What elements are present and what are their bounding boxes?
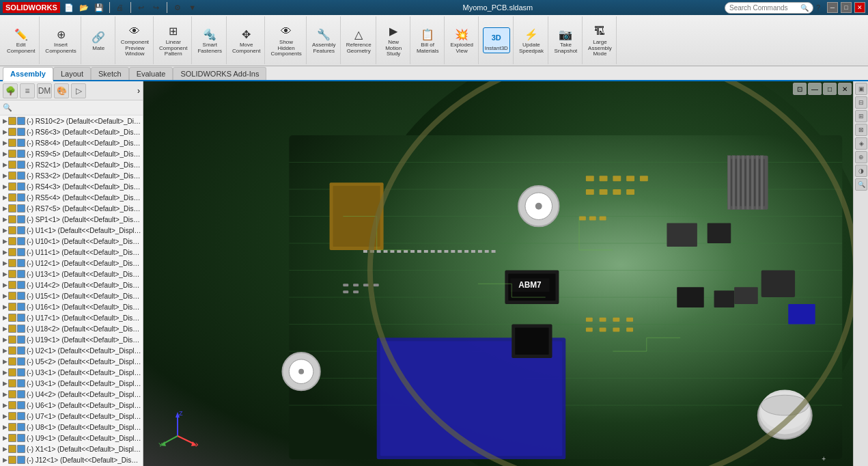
tree-expand-u13-1[interactable]: ▶ [1, 269, 8, 279]
right-icon-8[interactable]: 🔍 [855, 178, 867, 191]
tree-item-u3-1[interactable]: ▶(-) U3<1> (Default<<Default>_Display St… [0, 367, 143, 378]
tree-expand-rs7-5[interactable]: ▶ [1, 204, 8, 213]
edit-component-button[interactable]: ✏️ EditComponent [5, 25, 36, 56]
tree-expand-rs2-1[interactable]: ▶ [1, 160, 8, 169]
tree-item-rs3-2[interactable]: ▶(-) RS3<2> (Default<<Default>_Display S… [0, 170, 143, 181]
appearance-button[interactable]: 🎨 [54, 83, 69, 98]
tree-expand-rs8-4[interactable]: ▶ [1, 138, 8, 148]
tree-expand-u17-1[interactable]: ▶ [1, 313, 8, 323]
update-speedpak-button[interactable]: ⚡ UpdateSpeedpak [518, 25, 545, 56]
show-hidden-button[interactable]: 👁 ShowHiddenComponents [269, 22, 303, 59]
assembly-features-button[interactable]: 🔧 AssemblyFeatures [311, 25, 337, 56]
right-icon-6[interactable]: ⊕ [855, 151, 867, 163]
right-icon-3[interactable]: ⊞ [855, 110, 867, 122]
dropdown-button[interactable]: ▼ [186, 1, 199, 14]
tree-expand-u1-1[interactable]: ▶ [1, 225, 8, 235]
tree-item-u2-1[interactable]: ▶(-) U2<1> (Default<<Default>_Display St… [0, 345, 143, 356]
tree-item-u12-1[interactable]: ▶(-) U12<1> (Default<<Default>_Display S… [0, 258, 143, 269]
tree-expand-u2-1[interactable]: ▶ [1, 346, 8, 355]
smart-fasteners-button[interactable]: 🔩 SmartFasteners [196, 25, 223, 56]
component-preview-button[interactable]: 👁 ComponentPreviewWindow [120, 22, 150, 59]
tree-expand-j12-1[interactable]: ▶ [1, 455, 8, 465]
tree-item-u13-1[interactable]: ▶(-) U13<1> (Default<<Default>_Display S… [0, 269, 143, 279]
new-button[interactable]: 📄 [63, 1, 75, 14]
tree-item-j12-1[interactable]: ▶(-) J12<1> (Default<<Default>_Display S… [0, 454, 143, 465]
tree-expand-rs4-3[interactable]: ▶ [1, 182, 8, 191]
minimize-button[interactable]: ─ [827, 2, 838, 13]
tree-item-u19-1[interactable]: ▶(-) U19<1> (Default<<Default>_Display S… [0, 334, 143, 345]
tree-expand-u12-1[interactable]: ▶ [1, 258, 8, 268]
tree-expand-u14-2[interactable]: ▶ [1, 280, 8, 290]
tab-evaluate[interactable]: Evaluate [129, 67, 173, 80]
tree-item-u3c-1[interactable]: ▶(-) U3<1> (Default<<Default>_Display St… [0, 378, 143, 389]
tree-expand-u10-1[interactable]: ▶ [1, 236, 8, 246]
insert-components-button[interactable]: ⊕ InsertComponents [44, 25, 77, 56]
print-button[interactable]: 🖨 [114, 1, 126, 14]
tree-expand-u3c-1[interactable]: ▶ [1, 379, 8, 388]
reference-geometry-button[interactable]: △ ReferenceGeometry [345, 25, 373, 56]
viewport-restore-button[interactable]: □ [823, 83, 837, 95]
tree-expand-u6-1[interactable]: ▶ [1, 400, 8, 410]
tree-item-u14-2[interactable]: ▶(-) U14<2> (Default<<Default>_Display S… [0, 279, 143, 290]
bom-button[interactable]: 📋 Bill ofMaterials [415, 25, 440, 56]
tree-expand-u11-1[interactable]: ▶ [1, 247, 8, 257]
restore-button[interactable]: □ [841, 2, 852, 13]
tab-sketch[interactable]: Sketch [91, 67, 129, 80]
properties-button[interactable]: ≡ [20, 83, 35, 98]
right-icon-1[interactable]: ▣ [855, 83, 867, 95]
undo-button[interactable]: ↩ [135, 1, 148, 14]
tab-layout[interactable]: Layout [53, 67, 91, 80]
tree-item-rs6-3[interactable]: ▶(-) RS6<3> (Default<<Default>_Display S… [0, 126, 143, 137]
right-icon-2[interactable]: ⊟ [855, 96, 867, 109]
move-component-button[interactable]: ✥ MoveComponent [231, 25, 262, 56]
tree-item-sp1-1[interactable]: ▶(-) SP1<1> (Default<<Default>_Display S… [0, 214, 143, 225]
3d-viewport[interactable]: ABM7 [143, 81, 853, 466]
dm-button[interactable]: DM [37, 83, 52, 98]
tree-expand-u7-1[interactable]: ▶ [1, 411, 8, 421]
tree-expand-rs6-3[interactable]: ▶ [1, 127, 8, 137]
viewport-close-button[interactable]: ✕ [838, 83, 852, 95]
close-button[interactable]: ✕ [854, 2, 865, 13]
tree-item-u11-1[interactable]: ▶(-) U11<1> (Default<<Default>_Display S… [0, 247, 143, 258]
linear-pattern-button[interactable]: ⊞ LinearComponentPattern [158, 22, 188, 59]
tree-item-rs5-4[interactable]: ▶(-) RS5<4> (Default<<Default>_Display S… [0, 192, 143, 203]
save-button[interactable]: 💾 [93, 1, 105, 14]
options-button[interactable]: ⚙ [171, 1, 184, 14]
tab-solidworks-addins[interactable]: SOLIDWORKS Add-Ins [173, 67, 266, 80]
tree-item-u6-1[interactable]: ▶(-) U6<1> (Default<<Default>_Display St… [0, 400, 143, 411]
exploded-view-button[interactable]: 💥 ExplodedView [449, 25, 474, 56]
large-assembly-button[interactable]: 🏗 LargeAssemblyMode [587, 22, 613, 59]
tree-item-rs4-3[interactable]: ▶(-) RS4<3> (Default<<Default>_Display S… [0, 181, 143, 192]
redo-button[interactable]: ↪ [150, 1, 163, 14]
tree-item-u1-1[interactable]: ▶(-) U1<1> (Default<<Default>_Display St… [0, 225, 143, 236]
tree-expand-u5-2[interactable]: ▶ [1, 357, 8, 366]
tree-expand-rs9-5[interactable]: ▶ [1, 149, 8, 159]
tree-expand-u8-1[interactable]: ▶ [1, 422, 8, 432]
right-icon-7[interactable]: ◑ [855, 165, 867, 177]
tree-expand-rs5-4[interactable]: ▶ [1, 193, 8, 202]
tree-item-u16-1[interactable]: ▶(-) U16<1> (Default<<Default>_Display S… [0, 301, 143, 312]
tree-item-u4-2[interactable]: ▶(-) U4<2> (Default<<Default>_Display St… [0, 389, 143, 400]
simulate-button[interactable]: ▷ [71, 83, 86, 98]
mate-button[interactable]: 🔗 Mate [89, 28, 108, 53]
tree-expand-u9-1[interactable]: ▶ [1, 433, 8, 443]
tree-view-button[interactable]: 🌳 [3, 83, 18, 98]
tree-expand-u16-1[interactable]: ▶ [1, 302, 8, 312]
tree-item-rs7-5[interactable]: ▶(-) RS7<5> (Default<<Default>_Display S… [0, 203, 143, 214]
tree-item-rs8-4[interactable]: ▶(-) RS8<4> (Default<<Default>_Display S… [0, 137, 143, 148]
tree-expand-u19-1[interactable]: ▶ [1, 335, 8, 344]
tree-expand-u18-2[interactable]: ▶ [1, 324, 8, 333]
help-button[interactable]: ? [812, 1, 824, 14]
tree-item-rs9-5[interactable]: ▶(-) RS9<5> (Default<<Default>_Display S… [0, 148, 143, 159]
right-icon-5[interactable]: ◈ [855, 137, 867, 150]
search-input[interactable] [729, 4, 798, 12]
right-icon-4[interactable]: ⊠ [855, 124, 867, 136]
viewport-min-button[interactable]: — [808, 83, 822, 95]
tree-expand-u4-2[interactable]: ▶ [1, 389, 8, 399]
tree-expand-u15-1[interactable]: ▶ [1, 291, 8, 301]
open-button[interactable]: 📂 [78, 1, 90, 14]
instant3d-button[interactable]: 3D Instant3D [483, 27, 510, 54]
tree-item-u7-1[interactable]: ▶(-) U7<1> (Default<<Default>_Display St… [0, 411, 143, 422]
tree-item-x1-1[interactable]: ▶(-) X1<1> (Default<<Default>_Display St… [0, 443, 143, 454]
tree-expand-rs10-2[interactable]: ▶ [1, 116, 8, 126]
